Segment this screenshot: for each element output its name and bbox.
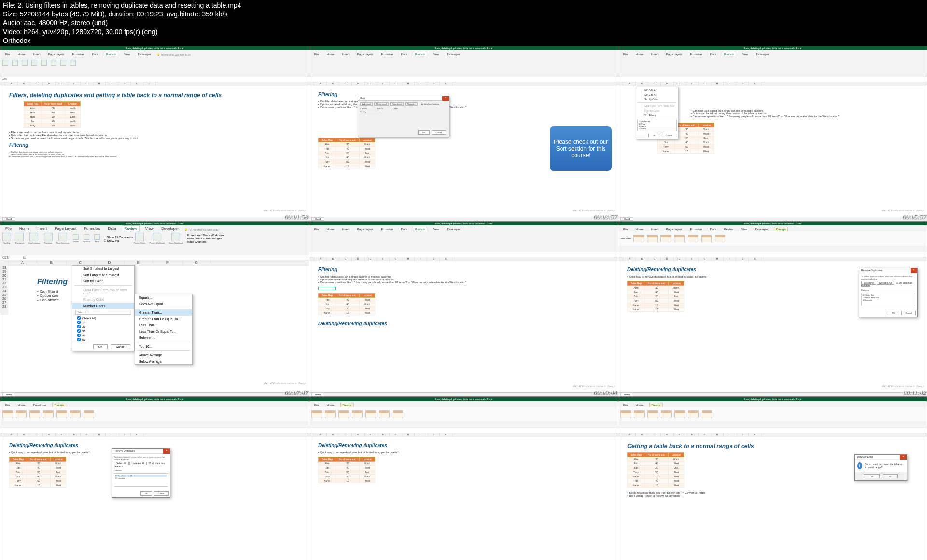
close-icon[interactable]: × (900, 455, 907, 460)
ok-button[interactable]: OK (418, 130, 430, 135)
smart-lookup-icon[interactable] (22, 60, 28, 66)
formula-bar[interactable] (309, 77, 618, 82)
slide-intro-title: Filters, deleting duplicates and getting… (9, 92, 300, 98)
autofilter-menu[interactable]: Sort Smallest to Largest Sort Largest to… (72, 265, 135, 351)
window-title: filters, deleting duplicates, table back… (309, 46, 618, 50)
tab-insert[interactable]: Insert (31, 52, 42, 56)
video-metadata-header: File: 2. Using filters in tables, removi… (0, 0, 927, 46)
thesaurus-icon[interactable] (15, 233, 24, 241)
yes-button[interactable]: Yes (864, 474, 880, 478)
protect-workbook-icon[interactable] (60, 60, 66, 66)
dup-table: Sales RepNo of items soldLocation Alan30… (9, 457, 66, 488)
options-button[interactable]: Options... (405, 102, 417, 106)
smart-lookup-icon[interactable] (29, 233, 38, 241)
col-headers: ABCDEFGHIJKL (0, 82, 309, 86)
frame-2: filters, deleting duplicates, table back… (309, 46, 618, 221)
tab-developer[interactable]: Developer (136, 52, 153, 56)
ribbon-review (0, 56, 309, 77)
frame-6: filters, deleting duplicates, table back… (618, 221, 927, 396)
sort-smallest[interactable]: Sort Smallest to Largest (72, 266, 134, 272)
share-workbook-icon[interactable] (171, 233, 180, 241)
unselect-all-button[interactable]: Unselect All (877, 281, 894, 285)
table-style-swatch[interactable] (633, 235, 644, 242)
ribbon-tabs[interactable]: File Home Insert Page Layout Formulas Da… (0, 50, 309, 56)
clear-filter: Clear Filter From 'Table Row' (636, 103, 678, 108)
ribbon-tabs[interactable]: FileHomeInsertPage LayoutFormulasDataRev… (309, 50, 618, 56)
close-icon[interactable]: × (911, 268, 917, 273)
sort-by-color[interactable]: Sort by Color (72, 278, 134, 284)
timestamp: 00:01:58 (284, 213, 308, 221)
meta-size: Size: 52208144 bytes (49.79 MiB), durati… (3, 10, 924, 18)
close-icon[interactable]: × (442, 96, 449, 101)
translate-icon[interactable] (44, 233, 53, 241)
next-comment-icon[interactable] (94, 234, 100, 240)
protect-workbook-icon[interactable] (153, 233, 161, 241)
tab-formulas[interactable]: Formulas (70, 52, 86, 56)
tab-home[interactable]: Home (16, 52, 28, 56)
sort-by-dropdown[interactable] (367, 112, 381, 112)
filter-dropdown[interactable]: Sort A to Z Sort Z to A Sort by Color Cl… (636, 87, 678, 139)
selected-cell[interactable] (318, 287, 336, 290)
sort-ztoa[interactable]: Sort Z to A (636, 92, 678, 97)
track-changes[interactable]: Track Changes (187, 240, 224, 243)
formula-bar[interactable]: A29 (0, 77, 309, 82)
intro-bullets: Filters are used to narrow down data bas… (9, 131, 300, 140)
sheet-tab[interactable]: Sheet1 (2, 217, 15, 221)
filter-by-color: Filter by Color (72, 296, 134, 303)
new-comment-icon[interactable] (58, 233, 67, 241)
confirm-convert-dialog[interactable]: Microsoft Excel× iDo you want to convert… (854, 454, 907, 481)
deldup-title: Deleting/Removing duplicates (318, 321, 609, 326)
protect-sheet-icon[interactable] (135, 233, 144, 241)
thumbnail-grid: filters, deleting duplicates, table back… (0, 46, 927, 560)
meta-audio: Audio: aac, 48000 Hz, stereo (und) (3, 18, 924, 27)
spelling-icon[interactable] (2, 60, 8, 66)
frame-8: filters, deleting duplicates, table back… (309, 397, 618, 560)
no-button[interactable]: No (883, 474, 898, 478)
sort-atoz[interactable]: Sort A to Z (636, 87, 678, 92)
cancel-button[interactable]: Cancel (432, 130, 446, 135)
protect-share[interactable]: Protect and Share Workbook (187, 234, 224, 237)
text-filters[interactable]: Text Filters (636, 113, 678, 118)
new-comment-icon[interactable] (41, 60, 47, 66)
show-all-comments[interactable]: ☐ Show All Comments (104, 235, 133, 238)
allow-edit-ranges[interactable]: Allow Users to Edit Ranges (187, 237, 224, 240)
filter-search-input[interactable]: Search (75, 310, 131, 315)
ribbon (309, 56, 618, 77)
meta-video: Video: h264, yuv420p, 1280x720, 30.00 fp… (3, 28, 924, 36)
thesaurus-icon[interactable] (12, 60, 18, 66)
translate-icon[interactable] (31, 60, 37, 66)
remove-duplicates-dialog[interactable]: Remove Duplicates× To delete duplicate v… (859, 268, 918, 317)
protect-sheet-icon[interactable] (51, 60, 56, 66)
tab-design[interactable]: Design (774, 227, 788, 231)
frame-4: filters, deleting duplicates, table back… (0, 221, 309, 396)
ok-button[interactable]: OK (93, 344, 108, 349)
add-level-button[interactable]: Add Level (360, 102, 373, 106)
data-table: Sales RepNo of items soldLocation Alan30… (627, 452, 684, 488)
spelling-icon[interactable] (2, 233, 11, 241)
prev-comment-icon[interactable] (84, 234, 89, 240)
delete-comment-icon[interactable] (73, 234, 79, 240)
frame-7: filters, deleting duplicates, table back… (0, 397, 309, 560)
tab-view[interactable]: View (122, 52, 132, 56)
tab-file[interactable]: File (3, 52, 12, 56)
number-filters[interactable]: Number Filters (72, 303, 134, 309)
filter-bullets-small: Can filter data based on a single column… (9, 151, 300, 158)
tab-data[interactable]: Data (90, 52, 100, 56)
name-box[interactable]: C28 (2, 256, 23, 259)
share-workbook-icon[interactable] (70, 60, 76, 66)
sort-largest[interactable]: Sort Largest to Smallest (72, 272, 134, 278)
tab-pagelayout[interactable]: Page Layout (46, 52, 67, 56)
sort-dialog[interactable]: Sort× Add Level Delete Level Copy Level … (358, 96, 449, 137)
tab-review[interactable]: Review (104, 52, 118, 56)
headers-checkbox-label[interactable]: My data has headers (421, 103, 439, 105)
cancel-button[interactable]: Cancel (111, 344, 130, 349)
filter-color: Filter by Color (636, 108, 678, 113)
nodup-table: Sales RepNo of items soldLocation Alan30… (318, 457, 375, 483)
delete-level-button[interactable]: Delete Level (374, 102, 389, 106)
greater-than-item[interactable]: Greater Than... (135, 309, 192, 316)
sort-color[interactable]: Sort by Color (636, 97, 678, 102)
copy-level-button[interactable]: Copy Level (390, 102, 404, 106)
remove-duplicates-dialog[interactable]: Remove Duplicates× To delete duplicate v… (112, 448, 170, 498)
number-filters-submenu[interactable]: Equals... Does Not Equal... Greater Than… (135, 294, 193, 365)
show-ink[interactable]: ☐ Show Ink (104, 239, 133, 242)
